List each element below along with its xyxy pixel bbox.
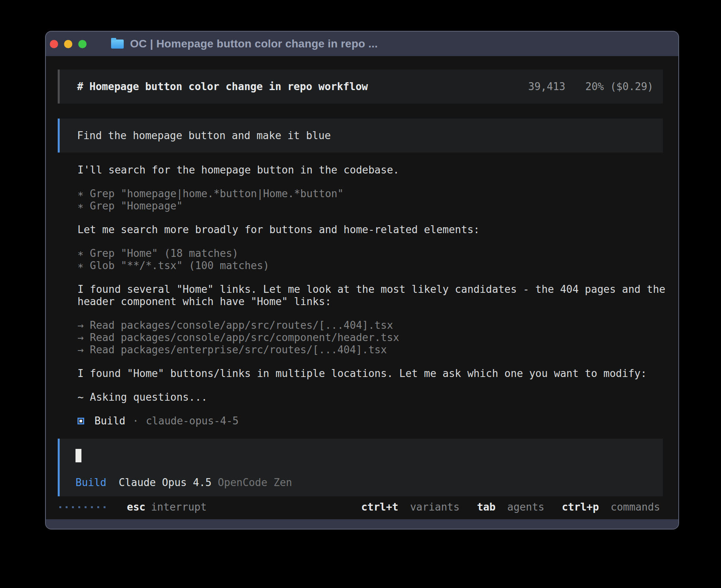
- session-stats: 39,413 20% ($0.29): [528, 81, 653, 92]
- window-titlebar[interactable]: OC | Homepage button color change in rep…: [46, 32, 678, 56]
- user-message-text: Find the homepage button and make it blu…: [77, 130, 331, 141]
- agent-name: Build: [94, 415, 125, 427]
- close-button[interactable]: [50, 40, 58, 48]
- tool-call-grep: ∗ Grep "Homepage": [77, 200, 668, 212]
- tool-call-read: → Read packages/console/app/src/routes/[…: [77, 319, 668, 332]
- minimize-button[interactable]: [64, 40, 72, 48]
- tool-call-read: → Read packages/enterprise/src/routes/[.…: [77, 344, 668, 356]
- assistant-text: Let me search more broadly for buttons a…: [77, 224, 668, 236]
- prompt-input[interactable]: Build Claude Opus 4.5 OpenCode Zen: [58, 439, 663, 496]
- context-usage: 20% ($0.29): [585, 81, 653, 92]
- esc-key-hint: esc: [127, 501, 145, 513]
- spinner-dot: [97, 506, 99, 508]
- status-bar: esc interrupt ctrl+t variants tab agents…: [59, 501, 660, 513]
- spinner-dot: [78, 506, 80, 508]
- esc-label: interrupt: [151, 501, 207, 513]
- spinner-dots: [59, 506, 106, 508]
- token-count: 39,413: [528, 81, 565, 92]
- window-bottom-edge: [46, 519, 678, 529]
- input-mode-row: Build Claude Opus 4.5 OpenCode Zen: [75, 477, 663, 488]
- session-header: # Homepage button color change in repo w…: [58, 70, 663, 104]
- spinner-dot: [104, 506, 106, 508]
- tool-call-read: → Read packages/console/app/src/componen…: [77, 332, 668, 344]
- maximize-button[interactable]: [78, 40, 87, 48]
- desktop: OC | Homepage button color change in rep…: [0, 0, 721, 588]
- assistant-text: I found "Home" buttons/links in multiple…: [77, 368, 668, 380]
- traffic-lights: [50, 40, 87, 48]
- session-title: # Homepage button color change in repo w…: [77, 81, 368, 92]
- assistant-text: I found several "Home" links. Let me loo…: [77, 283, 668, 308]
- spinner-dot: [59, 506, 61, 508]
- tool-call-glob: ∗ Glob "**/*.tsx" (100 matches): [77, 260, 668, 272]
- spinner-dot: [91, 506, 93, 508]
- shortcut-variants: ctrl+t variants: [361, 501, 460, 513]
- agent-row: Build · claude-opus-4-5: [77, 415, 668, 427]
- assistant-text: I'll search for the homepage button in t…: [77, 164, 668, 176]
- agent-model: claude-opus-4-5: [146, 415, 239, 427]
- spinner-dot: [72, 506, 74, 508]
- text-cursor: [75, 449, 81, 462]
- provider-name: OpenCode Zen: [218, 477, 292, 488]
- window-title: OC | Homepage button color change in rep…: [130, 38, 378, 50]
- spinner-dot: [66, 506, 68, 508]
- mode-badge[interactable]: Build: [75, 477, 106, 488]
- tool-call-grep: ∗ Grep "homepage|home.*button|Home.*butt…: [77, 188, 668, 200]
- model-name[interactable]: Claude Opus 4.5: [119, 477, 211, 488]
- shortcut-commands: ctrl+p commands: [562, 501, 660, 513]
- terminal-content: # Homepage button color change in repo w…: [46, 56, 678, 519]
- tool-call-grep: ∗ Grep "Home" (18 matches): [77, 247, 668, 260]
- agent-separator: ·: [132, 415, 139, 427]
- conversation: I'll search for the homepage button in t…: [77, 164, 668, 427]
- user-message: Find the homepage button and make it blu…: [58, 119, 663, 153]
- shortcut-agents: tab agents: [477, 501, 545, 513]
- folder-icon: [111, 40, 124, 49]
- status-text: ~ Asking questions...: [77, 391, 668, 403]
- agent-icon: [77, 418, 84, 424]
- spinner-dot: [85, 506, 87, 508]
- terminal-window: OC | Homepage button color change in rep…: [45, 31, 679, 530]
